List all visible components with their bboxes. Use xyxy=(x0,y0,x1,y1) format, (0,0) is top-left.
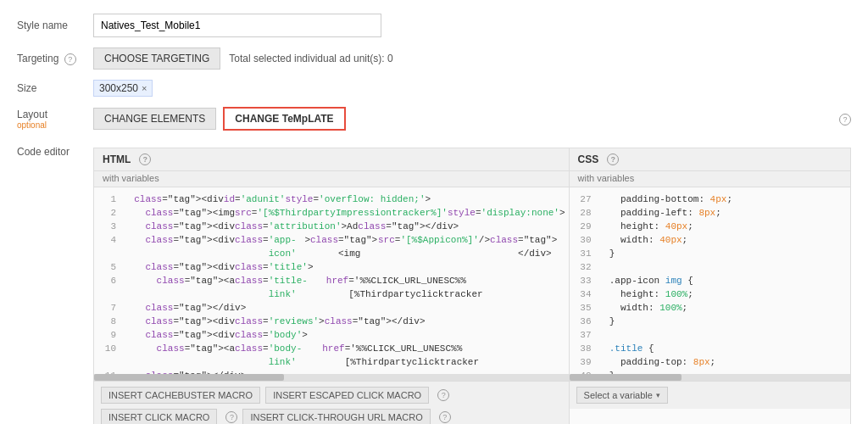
line-content: class="tag"><div xyxy=(123,260,235,274)
css-scrollbar[interactable] xyxy=(570,374,850,381)
insert-click-button[interactable]: INSERT CLICK MACRO xyxy=(101,409,217,424)
select-variable-css-button[interactable]: Select a variable ▾ xyxy=(576,387,668,404)
targeting-controls: CHOOSE TARGETING Total selected individu… xyxy=(93,47,393,70)
style-name-input[interactable] xyxy=(93,14,381,37)
css-select-variable-dropdown-arrow: ▾ xyxy=(656,391,660,399)
insert-escaped-click-button[interactable]: INSERT ESCAPED CLICK MACRO xyxy=(265,387,429,404)
click-help-icon[interactable]: ? xyxy=(225,411,237,423)
line-number: 31 xyxy=(573,247,592,260)
css-scrollbar-thumb xyxy=(570,374,682,381)
line-number: 27 xyxy=(573,192,592,206)
code-section: HTML ? with variables 1 class="tag"><div… xyxy=(93,148,851,424)
line-number: 3 xyxy=(97,220,116,233)
html-code-line: 5 class="tag"><div class='title'> xyxy=(94,260,569,274)
html-scrollbar-thumb xyxy=(94,374,284,381)
line-content: } xyxy=(598,247,615,260)
change-template-button[interactable]: CHANGE TeMpLATE xyxy=(223,107,345,131)
css-code-line: 31 } xyxy=(570,247,850,260)
line-number: 4 xyxy=(97,233,116,260)
targeting-row: Targeting ? CHOOSE TARGETING Total selec… xyxy=(17,47,851,70)
size-tag-300x250: 300x250 × xyxy=(93,80,153,97)
html-code-line: 7 class="tag"></div> xyxy=(94,301,569,315)
html-scrollbar[interactable] xyxy=(94,374,569,381)
line-number: 6 xyxy=(97,274,116,301)
html-editor-area[interactable]: 1 class="tag"><div id='adunit' style='ov… xyxy=(94,187,569,374)
html-code-line: 8 class="tag"><div class='reviews'>class… xyxy=(94,315,569,328)
choose-targeting-button[interactable]: CHOOSE TARGETING xyxy=(93,47,220,70)
line-number: 8 xyxy=(97,315,116,328)
code-editor-label: Code editor xyxy=(17,141,93,158)
css-code-line: 38 .title { xyxy=(570,342,850,355)
css-code-line: 35 width: 100%; xyxy=(570,301,850,315)
size-label: Size xyxy=(17,82,93,94)
line-content: class="tag"><div xyxy=(123,315,235,328)
html-panel-subheader: with variables xyxy=(94,171,569,187)
css-code-line: 33 .app-icon img { xyxy=(570,274,850,287)
line-content: class="tag"><a xyxy=(123,342,235,369)
css-code-line: 37 xyxy=(570,328,850,342)
line-number: 34 xyxy=(573,287,592,301)
size-row: Size 300x250 × xyxy=(17,80,851,97)
line-content: class="tag"><div xyxy=(123,328,235,342)
css-footer: Select a variable ▾ xyxy=(570,381,850,409)
line-content: height: 100%; xyxy=(598,287,693,301)
line-content: class="tag"><div xyxy=(123,192,224,206)
html-code-line: 6 class="tag"><a class='title-link' href… xyxy=(94,274,569,301)
css-code-line: 28 padding-left: 8px; xyxy=(570,206,850,220)
html-code-line: 10 class="tag"><a class='body-link' href… xyxy=(94,342,569,369)
html-code-line: 4 class="tag"><div class='app-icon'>clas… xyxy=(94,233,569,260)
css-code-line: 29 height: 40px; xyxy=(570,220,850,233)
line-content: padding-bottom: 4px; xyxy=(598,192,732,206)
line-content: class="tag"><img xyxy=(123,206,235,220)
targeting-label: Targeting ? xyxy=(17,53,93,65)
escaped-click-help-icon[interactable]: ? xyxy=(437,389,449,401)
code-area-wrapper: HTML ? with variables 1 class="tag"><div… xyxy=(93,141,851,424)
html-code-line: 1 class="tag"><div id='adunit' style='ov… xyxy=(94,192,569,206)
html-code-line: 2 class="tag"><img src='[%$ThirdpartyImp… xyxy=(94,206,569,220)
layout-row: Layout optional CHANGE ELEMENTS CHANGE T… xyxy=(17,107,851,131)
line-number: 39 xyxy=(573,355,592,369)
layout-help-right: ? xyxy=(836,113,851,126)
layout-optional-text: optional xyxy=(17,120,93,130)
line-number: 37 xyxy=(573,328,592,342)
html-panel-header: HTML ? xyxy=(94,148,569,171)
line-content: width: 100%; xyxy=(598,301,688,315)
targeting-help-icon[interactable]: ? xyxy=(64,53,76,65)
line-number: 5 xyxy=(97,260,116,274)
css-help-icon[interactable]: ? xyxy=(607,153,619,165)
line-number: 38 xyxy=(573,342,592,355)
line-content: class="tag"><div xyxy=(123,220,235,233)
main-container: Style name Targeting ? CHOOSE TARGETING … xyxy=(0,0,868,424)
line-number: 32 xyxy=(573,260,592,274)
css-code-line: 27 padding-bottom: 4px; xyxy=(570,192,850,206)
line-number: 28 xyxy=(573,206,592,220)
html-footer: INSERT CACHEBUSTER MACRO INSERT ESCAPED … xyxy=(94,381,569,424)
line-content: } xyxy=(598,315,615,328)
html-help-icon[interactable]: ? xyxy=(139,153,151,165)
html-code-line: 9 class="tag"><div class='body'> xyxy=(94,328,569,342)
line-content: class="tag"></div xyxy=(123,301,241,315)
style-name-row: Style name xyxy=(17,14,851,37)
css-panel-header: CSS ? xyxy=(570,148,850,171)
css-panel-subheader: with variables xyxy=(570,171,850,187)
size-tag-remove[interactable]: × xyxy=(142,83,147,93)
line-content: padding-left: 8px; xyxy=(598,206,721,220)
html-code-line: 3 class="tag"><div class='attribution'>A… xyxy=(94,220,569,233)
insert-click-through-button[interactable]: INSERT CLICK-THROUGH URL MACRO xyxy=(242,409,430,424)
code-editor-row: Code editor HTML ? with variables 1 clas… xyxy=(17,141,851,424)
line-number: 36 xyxy=(573,315,592,328)
style-name-label: Style name xyxy=(17,20,93,31)
line-number: 30 xyxy=(573,233,592,247)
html-panel: HTML ? with variables 1 class="tag"><div… xyxy=(94,148,570,424)
css-code-line: 36 } xyxy=(570,315,850,328)
change-elements-button[interactable]: CHANGE ELEMENTS xyxy=(93,108,216,130)
line-content: height: 40px; xyxy=(598,220,693,233)
insert-cachebuster-button[interactable]: INSERT CACHEBUSTER MACRO xyxy=(101,387,260,404)
line-content: .app-icon img { xyxy=(598,274,693,287)
css-editor-area[interactable]: 27 padding-bottom: 4px;28 padding-left: … xyxy=(570,187,850,374)
line-content: .title { xyxy=(598,342,654,355)
line-number: 35 xyxy=(573,301,592,315)
line-content: width: 40px; xyxy=(598,233,688,247)
click-through-help-icon[interactable]: ? xyxy=(439,411,451,423)
layout-help-icon[interactable]: ? xyxy=(839,114,851,126)
